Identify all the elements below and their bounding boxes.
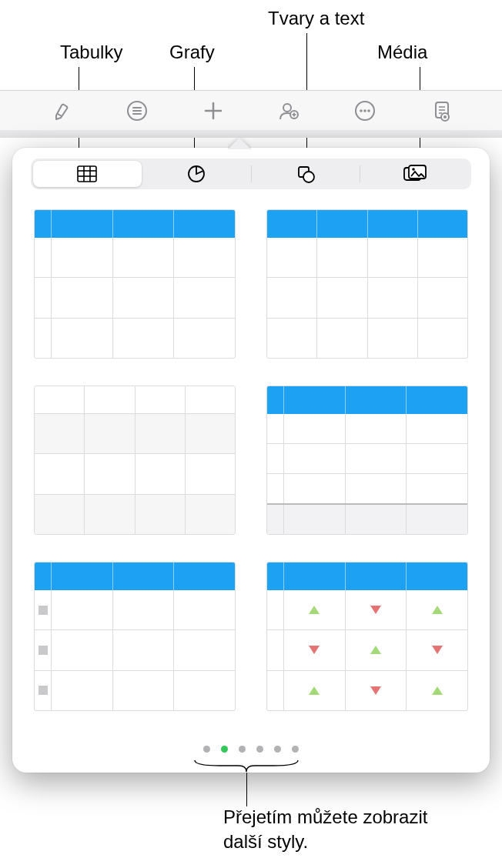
callout-line <box>246 773 247 806</box>
tab-shapes[interactable] <box>252 161 360 187</box>
add-icon[interactable] <box>199 97 227 125</box>
list-circle-icon[interactable] <box>123 97 151 125</box>
insert-popover <box>12 148 490 773</box>
pager-dot[interactable] <box>274 746 281 753</box>
tab-media[interactable] <box>360 161 469 187</box>
svg-point-11 <box>360 109 363 112</box>
callout-swipe-hint-line1: Přejetím můžete zobrazit <box>223 806 427 828</box>
style-pager[interactable] <box>12 746 490 753</box>
table-style-3[interactable] <box>34 386 236 535</box>
shapes-icon <box>296 164 316 184</box>
callout-shapes-text-label: Tvary a text <box>268 8 364 29</box>
pager-dot[interactable] <box>256 746 263 753</box>
insert-category-tabs <box>31 159 471 189</box>
svg-point-13 <box>367 109 370 112</box>
callout-tables-label: Tabulky <box>60 42 122 63</box>
pager-dot[interactable] <box>203 746 210 753</box>
main-toolbar <box>0 90 502 130</box>
table-styles-grid[interactable] <box>34 209 468 711</box>
table-style-6[interactable] <box>266 562 468 711</box>
pager-dot[interactable] <box>292 746 299 753</box>
photo-icon <box>403 165 427 183</box>
tab-charts[interactable] <box>142 161 251 187</box>
svg-rect-20 <box>78 166 96 182</box>
svg-point-27 <box>303 172 314 182</box>
pager-dot-active[interactable] <box>221 746 228 753</box>
callout-swipe-hint-line2: další styly. <box>223 831 308 853</box>
table-style-5[interactable] <box>34 562 236 711</box>
svg-point-30 <box>412 168 415 171</box>
more-icon[interactable] <box>351 97 379 125</box>
toolbar-shadow <box>0 130 502 138</box>
document-icon[interactable] <box>427 97 455 125</box>
table-style-2[interactable] <box>266 209 468 359</box>
tab-tables[interactable] <box>33 161 142 187</box>
table-style-1[interactable] <box>34 209 236 359</box>
pager-dot[interactable] <box>239 746 246 753</box>
svg-point-19 <box>443 115 447 119</box>
callout-media-label: Média <box>377 42 427 63</box>
table-icon <box>77 165 97 182</box>
format-brush-icon[interactable] <box>47 97 75 125</box>
popover-arrow <box>228 138 251 149</box>
pie-chart-icon <box>186 164 206 184</box>
collaborate-icon[interactable] <box>275 97 303 125</box>
callout-charts-label: Grafy <box>169 42 215 63</box>
svg-point-6 <box>283 104 291 112</box>
table-style-4[interactable] <box>266 386 468 535</box>
svg-point-12 <box>363 109 366 112</box>
